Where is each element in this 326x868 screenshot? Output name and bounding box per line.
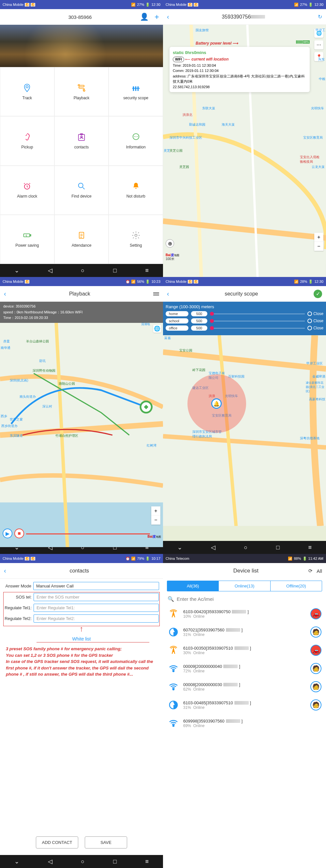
avatar-car[interactable]: 🚗 — [310, 608, 321, 619]
avatar-person[interactable]: 🧑 — [310, 663, 321, 674]
nav-dropdown[interactable]: ⌄ — [178, 544, 182, 551]
screen-track-map: China Mobile 📶📶 📶 27% 🔋 12:30 ‹ 35933907… — [163, 0, 326, 277]
range-slider[interactable] — [210, 320, 305, 321]
play-button[interactable]: ▶ — [3, 529, 12, 538]
nav-menu[interactable]: ≡ — [145, 858, 149, 865]
nav-menu[interactable]: ≡ — [308, 544, 312, 551]
nav-dropdown[interactable]: ⌄ — [15, 267, 19, 274]
refresh-icon[interactable]: ↻ — [318, 14, 322, 20]
profile-icon[interactable]: 👤 — [140, 13, 148, 21]
whitelist-link[interactable]: White list — [4, 632, 159, 646]
nav-home[interactable]: ○ — [244, 544, 247, 551]
status-bar: China Mobile 📶📶 📶 27% 🔋 12:30 — [163, 0, 326, 9]
grid-information[interactable]: Information — [109, 116, 163, 165]
zoom-out[interactable]: − — [314, 242, 323, 251]
grid-power-saving[interactable]: Power saving — [0, 215, 54, 264]
playback-map[interactable]: 清湖地 赤童 羊台山森林公园 南华通 碧坑 深圳野生动物园 深圳(机北画) 塘朗… — [0, 323, 163, 541]
add-contact-button[interactable]: ADD CONTACT — [36, 836, 78, 848]
add-icon[interactable]: + — [155, 12, 159, 22]
location-info-card: static 0hrs0mins WIFI ⟵ current wifi loc… — [169, 47, 310, 92]
redacted — [251, 15, 265, 19]
device-list-item[interactable]: 609998[35933907560] 69% Online — [163, 714, 326, 732]
nav-recent[interactable]: □ — [113, 858, 117, 865]
grid-alarm-clock[interactable]: Alarm clock — [0, 166, 54, 215]
grid-setting[interactable]: Setting — [109, 215, 163, 264]
back-button[interactable]: ‹ — [167, 13, 169, 21]
grid-not-disturb[interactable]: Not disturb — [109, 166, 163, 215]
fence-name-input[interactable]: school — [166, 318, 188, 323]
fence-range-value[interactable]: 500 — [191, 311, 207, 316]
nav-back[interactable]: ◁ — [211, 544, 216, 551]
range-slider[interactable] — [210, 328, 305, 329]
svg-rect-6 — [132, 88, 139, 89]
geofence-map[interactable]: 富嘉 宝安公园 甲岸工业区 岭下花园 宝德电子有限公司 百财科技园 金威啤酒 建… — [163, 335, 326, 541]
nav-recent[interactable]: □ — [113, 267, 117, 274]
back-button[interactable]: ‹ — [4, 290, 6, 298]
avatar-person[interactable]: 🧑 — [310, 626, 321, 638]
tab-online[interactable]: Online(13) — [219, 581, 270, 591]
map-view[interactable]: Battery power level ⟶ 88% static 0hrs0mi… — [163, 25, 326, 264]
avatar-car[interactable]: 🚗 — [310, 645, 321, 656]
grid-playback[interactable]: Playback — [54, 67, 109, 116]
regulate-tel1-input[interactable]: Enter Regulate Tel1: — [33, 604, 159, 612]
device-list-item[interactable]: 6103-00350[35933907510] 30% Online 🚗 — [163, 641, 326, 659]
nav-dropdown[interactable]: ⌄ — [15, 858, 19, 865]
avatar-person[interactable]: 🧑 — [310, 700, 321, 711]
grid-attendance[interactable]: Attendance — [54, 215, 109, 264]
close-toggle[interactable]: Close — [307, 319, 323, 323]
fence-range-value[interactable]: 500 — [191, 318, 207, 323]
zoom-in[interactable]: + — [151, 506, 160, 516]
wifi-icon: 📶 — [131, 3, 136, 7]
grid-find-device[interactable]: Find device — [54, 166, 109, 215]
sos-tel-input[interactable]: Enter the SOS number — [33, 593, 159, 601]
compass-button[interactable]: ⊕ — [166, 239, 174, 248]
fence-range-value[interactable]: 500 — [191, 326, 207, 331]
fence-name-input[interactable]: office — [166, 326, 188, 331]
nav-back[interactable]: ◁ — [48, 858, 53, 865]
grid-security-scope[interactable]: security scope — [109, 67, 163, 116]
range-label: Range (100-3000) meters — [166, 304, 323, 309]
device-list-item[interactable]: 00009[20000000040] 72% Online 🧑 — [163, 659, 326, 678]
avatar-person[interactable]: 🧑 — [310, 681, 321, 692]
grid-pickup[interactable]: Pickup — [0, 116, 54, 165]
device-info: 607021[35933907560] 31% Online — [183, 627, 306, 637]
fence-name-input[interactable]: home — [166, 311, 188, 316]
grid-track[interactable]: Track — [0, 67, 54, 116]
save-button[interactable]: SAVE — [85, 836, 127, 848]
zoom-out[interactable]: − — [151, 516, 160, 525]
back-button[interactable]: ‹ — [4, 567, 6, 575]
back-button[interactable]: ‹ — [167, 290, 169, 298]
nav-home[interactable]: ○ — [81, 267, 84, 274]
nav-home[interactable]: ○ — [81, 858, 84, 865]
playback-slider[interactable] — [26, 533, 150, 534]
tab-all[interactable]: All(36) — [167, 581, 219, 591]
all-filter[interactable]: All — [317, 568, 322, 574]
search-icon — [77, 182, 86, 191]
device-list-item[interactable]: 607021[35933907560] 31% Online 🧑 — [163, 623, 326, 641]
grid-contacts[interactable]: contacts — [54, 116, 109, 165]
nav-back[interactable]: ◁ — [48, 267, 53, 274]
answer-mode-select[interactable]: Manual Answer Call — [33, 582, 159, 590]
device-list-item[interactable]: 6103-00420[3593390750] 10% Online 🚗 — [163, 605, 326, 623]
more-button[interactable]: ⋯ — [314, 40, 323, 50]
refresh-button[interactable]: ⟳ — [308, 568, 313, 574]
nav-recent[interactable]: □ — [276, 544, 280, 551]
search-input[interactable] — [177, 596, 321, 602]
confirm-button[interactable]: ✓ — [314, 290, 322, 298]
nav-menu[interactable]: ≡ — [145, 267, 149, 274]
globe-button[interactable]: 🌐 — [153, 325, 161, 333]
device-list-item[interactable]: 00008[20000000030] 62% Online 🧑 — [163, 678, 326, 696]
menu-button[interactable] — [153, 292, 159, 296]
zoom-in[interactable]: + — [314, 233, 323, 242]
stop-button[interactable]: ■ — [15, 529, 24, 538]
device-info: 6103-00350[35933907510] 30% Online — [183, 646, 306, 655]
zoom-controls: + − — [151, 506, 160, 525]
battery-icon — [23, 231, 32, 240]
device-list-item[interactable]: 6103-00485[35933907510] 31% Online 🧑 — [163, 696, 326, 714]
device-info: 00009[20000000040] 72% Online — [183, 664, 306, 673]
close-toggle[interactable]: Close — [307, 311, 323, 316]
close-toggle[interactable]: Close — [307, 326, 323, 330]
tab-offline[interactable]: Offline(20) — [271, 581, 322, 591]
range-slider[interactable] — [210, 313, 305, 314]
regulate-tel2-input[interactable]: Enter Regulate Tel2: — [33, 615, 159, 623]
